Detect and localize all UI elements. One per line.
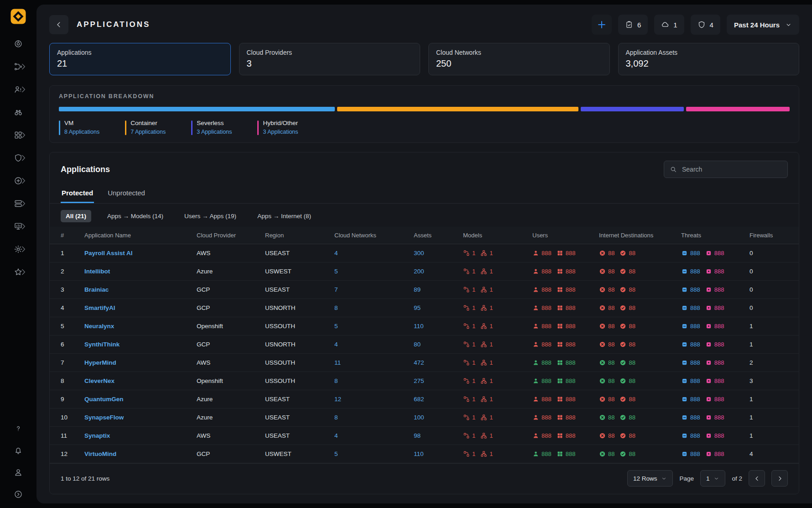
allowed-destinations-icon bbox=[619, 268, 626, 275]
networks-link[interactable]: 5 bbox=[334, 450, 414, 457]
app-name-link[interactable]: Neuralynx bbox=[84, 323, 197, 330]
sidebar-item-notifications[interactable] bbox=[8, 443, 28, 458]
rows-per-page-select[interactable]: 12 Rows bbox=[627, 470, 673, 487]
breakdown-segment-hybrid-other[interactable] bbox=[686, 107, 790, 111]
cell-internet-destinations: 8888 bbox=[599, 396, 681, 403]
back-button[interactable] bbox=[49, 15, 68, 34]
stat-card-applications[interactable]: Applications21 bbox=[49, 43, 231, 75]
legend-count-link[interactable]: 3 Applications bbox=[197, 129, 232, 135]
sidebar-item-security[interactable] bbox=[8, 150, 28, 166]
table-row: 11SynaptixAWSUSEAST498118888888888888888… bbox=[50, 427, 799, 445]
stat-card-cloud-providers[interactable]: Cloud Providers3 bbox=[239, 43, 421, 75]
threat-detected-icon bbox=[705, 377, 712, 384]
assets-link[interactable]: 89 bbox=[414, 286, 463, 293]
filter-pill-apps-models[interactable]: Apps → Models (14) bbox=[102, 210, 168, 222]
sidebar-item-topology[interactable] bbox=[8, 58, 28, 75]
app-name-link[interactable]: SynapseFlow bbox=[84, 414, 197, 421]
networks-link[interactable]: 12 bbox=[334, 396, 414, 403]
sidebar-item-account[interactable] bbox=[8, 465, 28, 480]
assets-link[interactable]: 100 bbox=[414, 414, 463, 421]
search-input[interactable] bbox=[681, 165, 782, 173]
shield-badge[interactable]: 4 bbox=[691, 15, 720, 35]
sidebar-item-applications[interactable] bbox=[8, 127, 28, 143]
app-name-link[interactable]: Synaptix bbox=[84, 432, 197, 439]
tasks-badge[interactable]: 6 bbox=[618, 15, 648, 35]
networks-link[interactable]: 4 bbox=[334, 250, 414, 257]
sidebar-item-help[interactable] bbox=[8, 421, 28, 436]
stat-card-application-assets[interactable]: Application Assets3,092 bbox=[618, 43, 800, 75]
app-name-link[interactable]: SmartifyAI bbox=[84, 304, 197, 311]
group-count-icon bbox=[557, 250, 563, 257]
networks-link[interactable]: 7 bbox=[334, 286, 414, 293]
legend-item-hybrid-other: Hybrid/Other3 Applications bbox=[257, 120, 298, 135]
assets-link[interactable]: 95 bbox=[414, 304, 463, 311]
networks-link[interactable]: 8 bbox=[334, 377, 414, 384]
assets-link[interactable]: 110 bbox=[414, 323, 463, 330]
app-name-link[interactable]: VirtuoMind bbox=[84, 450, 197, 457]
networks-link[interactable]: 11 bbox=[334, 359, 414, 366]
blocked-destinations-icon bbox=[599, 432, 606, 439]
sidebar-item-favorites[interactable] bbox=[8, 264, 28, 280]
breakdown-segment-vm[interactable] bbox=[59, 107, 335, 111]
app-name-link[interactable]: Intellibot bbox=[84, 268, 197, 275]
cell-cloud-provider: Openshift bbox=[197, 323, 265, 330]
app-name-link[interactable]: QuantumGen bbox=[84, 396, 197, 403]
assets-link[interactable]: 275 bbox=[414, 377, 463, 384]
networks-link[interactable]: 8 bbox=[334, 414, 414, 421]
legend-tick bbox=[125, 120, 126, 135]
next-page-button[interactable] bbox=[771, 470, 788, 487]
model-cluster-icon bbox=[480, 396, 487, 403]
page-select[interactable]: 1 bbox=[700, 470, 726, 487]
sidebar-item-discovery[interactable] bbox=[8, 104, 28, 120]
sidebar-item-settings[interactable] bbox=[8, 241, 28, 257]
add-button[interactable] bbox=[592, 15, 612, 35]
cell-row-number: 12 bbox=[61, 450, 84, 457]
cloud-badge[interactable]: 1 bbox=[654, 15, 684, 35]
prev-page-button[interactable] bbox=[749, 470, 765, 487]
assets-link[interactable]: 472 bbox=[414, 359, 463, 366]
app-name-link[interactable]: HyperMind bbox=[84, 359, 197, 366]
filter-pill-apps-internet[interactable]: Apps → Internet (8) bbox=[252, 210, 316, 222]
filter-pill-users-apps[interactable]: Users → Apps (19) bbox=[179, 210, 241, 222]
legend-count-link[interactable]: 3 Applications bbox=[263, 129, 298, 135]
app-name-link[interactable]: CleverNex bbox=[84, 377, 197, 384]
app-logo[interactable] bbox=[10, 8, 26, 25]
legend-count-link[interactable]: 8 Applications bbox=[64, 129, 99, 135]
cell-region: USEAST bbox=[265, 432, 334, 439]
tab-protected[interactable]: Protected bbox=[61, 184, 94, 203]
breakdown-segment-severless[interactable] bbox=[581, 107, 684, 111]
legend-count-link[interactable]: 7 Applications bbox=[130, 129, 166, 135]
count-group: 888 bbox=[681, 432, 700, 439]
networks-link[interactable]: 5 bbox=[334, 323, 414, 330]
sidebar-item-alerts[interactable] bbox=[8, 81, 28, 98]
networks-link[interactable]: 5 bbox=[334, 268, 414, 275]
networks-link[interactable]: 4 bbox=[334, 432, 414, 439]
sidebar-item-expand-sidebar[interactable] bbox=[8, 487, 28, 502]
model-cluster-icon bbox=[480, 304, 487, 311]
app-name-link[interactable]: Brainiac bbox=[84, 286, 197, 293]
sidebar-item-reports[interactable] bbox=[8, 218, 28, 235]
assets-link[interactable]: 80 bbox=[414, 341, 463, 348]
stat-card-cloud-networks[interactable]: Cloud Networks250 bbox=[428, 43, 610, 75]
time-filter-dropdown[interactable]: Past 24 Hours bbox=[727, 15, 799, 35]
networks-link[interactable]: 4 bbox=[334, 341, 414, 348]
breakdown-segment-container[interactable] bbox=[337, 107, 578, 111]
cell-internet-destinations: 8888 bbox=[599, 450, 681, 457]
assets-link[interactable]: 300 bbox=[414, 250, 463, 257]
cell-threats: 888888 bbox=[681, 396, 750, 403]
networks-link[interactable]: 8 bbox=[334, 304, 414, 311]
sidebar-item-inventory[interactable] bbox=[8, 195, 28, 212]
app-name-link[interactable]: SynthiThink bbox=[84, 341, 197, 348]
cell-firewalls: 1 bbox=[750, 396, 788, 403]
assets-link[interactable]: 110 bbox=[414, 450, 463, 457]
assets-link[interactable]: 200 bbox=[414, 268, 463, 275]
sidebar-item-dashboard[interactable] bbox=[8, 36, 28, 52]
assets-link[interactable]: 98 bbox=[414, 432, 463, 439]
app-name-link[interactable]: Payroll Assist AI bbox=[84, 250, 197, 257]
tab-unprotected[interactable]: Unprotected bbox=[107, 184, 146, 203]
model-flow-icon bbox=[463, 341, 470, 348]
assets-link[interactable]: 682 bbox=[414, 396, 463, 403]
sidebar-item-create[interactable] bbox=[8, 173, 28, 189]
count-value: 88 bbox=[608, 268, 614, 275]
filter-pill-all[interactable]: All (21) bbox=[61, 210, 91, 222]
